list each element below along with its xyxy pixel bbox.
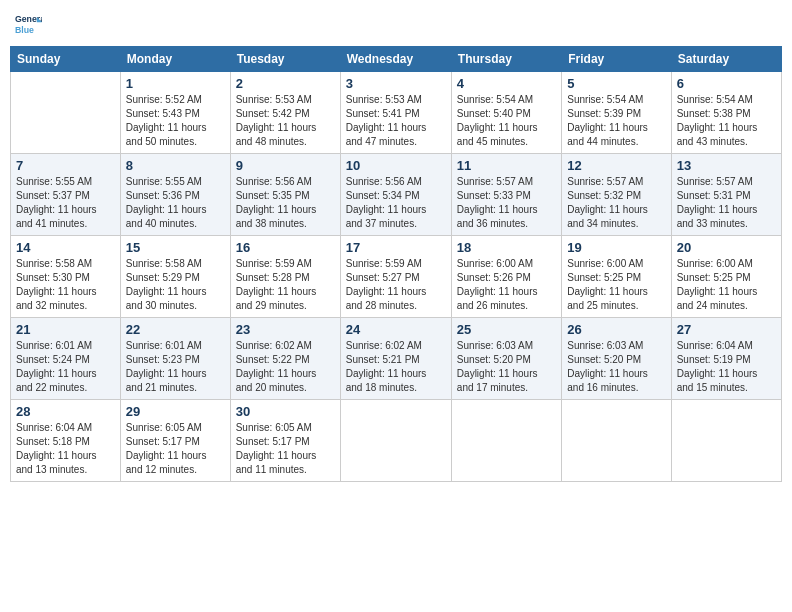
calendar-cell [340,400,451,482]
calendar-week-row: 14Sunrise: 5:58 AM Sunset: 5:30 PM Dayli… [11,236,782,318]
day-info: Sunrise: 6:00 AM Sunset: 5:25 PM Dayligh… [567,257,665,313]
day-number: 14 [16,240,115,255]
day-number: 12 [567,158,665,173]
day-number: 27 [677,322,776,337]
day-info: Sunrise: 6:04 AM Sunset: 5:18 PM Dayligh… [16,421,115,477]
day-number: 30 [236,404,335,419]
calendar-cell: 8Sunrise: 5:55 AM Sunset: 5:36 PM Daylig… [120,154,230,236]
weekday-header: Tuesday [230,47,340,72]
day-info: Sunrise: 5:52 AM Sunset: 5:43 PM Dayligh… [126,93,225,149]
calendar-cell: 25Sunrise: 6:03 AM Sunset: 5:20 PM Dayli… [451,318,561,400]
calendar-body: 1Sunrise: 5:52 AM Sunset: 5:43 PM Daylig… [11,72,782,482]
day-number: 26 [567,322,665,337]
calendar-week-row: 28Sunrise: 6:04 AM Sunset: 5:18 PM Dayli… [11,400,782,482]
calendar-cell: 6Sunrise: 5:54 AM Sunset: 5:38 PM Daylig… [671,72,781,154]
day-number: 16 [236,240,335,255]
day-number: 13 [677,158,776,173]
day-info: Sunrise: 6:01 AM Sunset: 5:23 PM Dayligh… [126,339,225,395]
logo: General Blue [14,10,46,38]
day-number: 11 [457,158,556,173]
day-number: 6 [677,76,776,91]
day-info: Sunrise: 5:54 AM Sunset: 5:38 PM Dayligh… [677,93,776,149]
day-info: Sunrise: 5:53 AM Sunset: 5:41 PM Dayligh… [346,93,446,149]
day-info: Sunrise: 5:59 AM Sunset: 5:27 PM Dayligh… [346,257,446,313]
day-number: 1 [126,76,225,91]
day-number: 3 [346,76,446,91]
day-number: 29 [126,404,225,419]
weekday-header: Wednesday [340,47,451,72]
calendar-cell: 13Sunrise: 5:57 AM Sunset: 5:31 PM Dayli… [671,154,781,236]
day-number: 4 [457,76,556,91]
weekday-header: Friday [562,47,671,72]
day-info: Sunrise: 5:59 AM Sunset: 5:28 PM Dayligh… [236,257,335,313]
weekday-header: Thursday [451,47,561,72]
day-info: Sunrise: 5:57 AM Sunset: 5:32 PM Dayligh… [567,175,665,231]
calendar-cell: 21Sunrise: 6:01 AM Sunset: 5:24 PM Dayli… [11,318,121,400]
day-number: 25 [457,322,556,337]
calendar-cell: 29Sunrise: 6:05 AM Sunset: 5:17 PM Dayli… [120,400,230,482]
calendar-cell: 9Sunrise: 5:56 AM Sunset: 5:35 PM Daylig… [230,154,340,236]
calendar-cell: 15Sunrise: 5:58 AM Sunset: 5:29 PM Dayli… [120,236,230,318]
day-info: Sunrise: 6:04 AM Sunset: 5:19 PM Dayligh… [677,339,776,395]
page-header: General Blue [10,10,782,38]
day-number: 28 [16,404,115,419]
calendar-cell: 28Sunrise: 6:04 AM Sunset: 5:18 PM Dayli… [11,400,121,482]
day-number: 17 [346,240,446,255]
calendar-cell: 23Sunrise: 6:02 AM Sunset: 5:22 PM Dayli… [230,318,340,400]
day-number: 2 [236,76,335,91]
weekday-header: Monday [120,47,230,72]
calendar-cell: 27Sunrise: 6:04 AM Sunset: 5:19 PM Dayli… [671,318,781,400]
calendar-header-row: SundayMondayTuesdayWednesdayThursdayFrid… [11,47,782,72]
calendar-week-row: 7Sunrise: 5:55 AM Sunset: 5:37 PM Daylig… [11,154,782,236]
day-number: 18 [457,240,556,255]
calendar-cell: 7Sunrise: 5:55 AM Sunset: 5:37 PM Daylig… [11,154,121,236]
day-info: Sunrise: 6:02 AM Sunset: 5:22 PM Dayligh… [236,339,335,395]
calendar-cell: 20Sunrise: 6:00 AM Sunset: 5:25 PM Dayli… [671,236,781,318]
day-info: Sunrise: 5:57 AM Sunset: 5:33 PM Dayligh… [457,175,556,231]
calendar-cell: 17Sunrise: 5:59 AM Sunset: 5:27 PM Dayli… [340,236,451,318]
day-number: 10 [346,158,446,173]
day-info: Sunrise: 5:58 AM Sunset: 5:30 PM Dayligh… [16,257,115,313]
day-number: 9 [236,158,335,173]
calendar-week-row: 21Sunrise: 6:01 AM Sunset: 5:24 PM Dayli… [11,318,782,400]
day-info: Sunrise: 6:00 AM Sunset: 5:25 PM Dayligh… [677,257,776,313]
calendar-cell [11,72,121,154]
day-number: 8 [126,158,225,173]
day-info: Sunrise: 6:03 AM Sunset: 5:20 PM Dayligh… [567,339,665,395]
calendar-cell: 22Sunrise: 6:01 AM Sunset: 5:23 PM Dayli… [120,318,230,400]
calendar-cell: 19Sunrise: 6:00 AM Sunset: 5:25 PM Dayli… [562,236,671,318]
calendar-cell: 2Sunrise: 5:53 AM Sunset: 5:42 PM Daylig… [230,72,340,154]
calendar-cell [451,400,561,482]
day-number: 19 [567,240,665,255]
calendar-cell [671,400,781,482]
calendar-cell: 24Sunrise: 6:02 AM Sunset: 5:21 PM Dayli… [340,318,451,400]
day-number: 22 [126,322,225,337]
calendar-cell: 26Sunrise: 6:03 AM Sunset: 5:20 PM Dayli… [562,318,671,400]
day-info: Sunrise: 6:02 AM Sunset: 5:21 PM Dayligh… [346,339,446,395]
day-number: 23 [236,322,335,337]
calendar-table: SundayMondayTuesdayWednesdayThursdayFrid… [10,46,782,482]
day-number: 7 [16,158,115,173]
calendar-cell: 11Sunrise: 5:57 AM Sunset: 5:33 PM Dayli… [451,154,561,236]
day-info: Sunrise: 5:55 AM Sunset: 5:36 PM Dayligh… [126,175,225,231]
calendar-cell: 30Sunrise: 6:05 AM Sunset: 5:17 PM Dayli… [230,400,340,482]
calendar-week-row: 1Sunrise: 5:52 AM Sunset: 5:43 PM Daylig… [11,72,782,154]
weekday-header: Sunday [11,47,121,72]
calendar-cell: 5Sunrise: 5:54 AM Sunset: 5:39 PM Daylig… [562,72,671,154]
weekday-header: Saturday [671,47,781,72]
calendar-cell [562,400,671,482]
calendar-cell: 10Sunrise: 5:56 AM Sunset: 5:34 PM Dayli… [340,154,451,236]
day-info: Sunrise: 5:56 AM Sunset: 5:34 PM Dayligh… [346,175,446,231]
day-info: Sunrise: 6:00 AM Sunset: 5:26 PM Dayligh… [457,257,556,313]
day-info: Sunrise: 5:57 AM Sunset: 5:31 PM Dayligh… [677,175,776,231]
svg-text:Blue: Blue [15,25,34,35]
day-number: 24 [346,322,446,337]
day-info: Sunrise: 6:03 AM Sunset: 5:20 PM Dayligh… [457,339,556,395]
day-info: Sunrise: 6:05 AM Sunset: 5:17 PM Dayligh… [126,421,225,477]
day-info: Sunrise: 5:58 AM Sunset: 5:29 PM Dayligh… [126,257,225,313]
calendar-cell: 16Sunrise: 5:59 AM Sunset: 5:28 PM Dayli… [230,236,340,318]
day-info: Sunrise: 6:05 AM Sunset: 5:17 PM Dayligh… [236,421,335,477]
calendar-cell: 3Sunrise: 5:53 AM Sunset: 5:41 PM Daylig… [340,72,451,154]
calendar-cell: 18Sunrise: 6:00 AM Sunset: 5:26 PM Dayli… [451,236,561,318]
day-info: Sunrise: 5:54 AM Sunset: 5:40 PM Dayligh… [457,93,556,149]
